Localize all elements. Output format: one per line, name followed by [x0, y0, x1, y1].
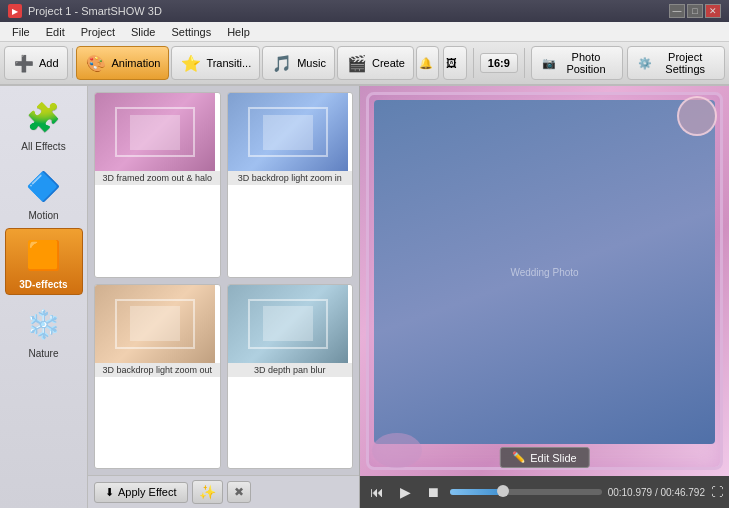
effects-grid-panel: 3D framed zoom out & halo 3D backdrop li… [88, 86, 360, 508]
motion-icon: 🔷 [22, 164, 66, 208]
time-display: 00:10.979 / 00:46.792 [608, 487, 705, 498]
menu-edit[interactable]: Edit [38, 24, 73, 40]
erase-button[interactable]: ✖ [227, 481, 251, 503]
photo-position-button[interactable]: 📷 Photo Position [531, 46, 624, 80]
project-settings-button[interactable]: ⚙️ Project Settings [627, 46, 725, 80]
gallery-button[interactable]: 🖼 [443, 46, 467, 80]
edit-slide-button[interactable]: ✏️ Edit Slide [499, 447, 589, 468]
menubar: File Edit Project Slide Settings Help [0, 22, 729, 42]
minimize-button[interactable]: — [669, 4, 685, 18]
preview-controls: ⏮ ▶ ⏹ 00:10.979 / 00:46.792 ⛶ [360, 476, 729, 508]
total-time: 00:46.792 [661, 487, 706, 498]
apply-label: Apply Effect [118, 486, 177, 498]
effect-thumb-img-3 [95, 285, 215, 363]
preview-panel: Wedding Photo ✏️ Edit Slide ⏮ ▶ ⏹ 00:10.… [360, 86, 729, 508]
rewind-button[interactable]: ⏮ [366, 481, 388, 503]
progress-bar[interactable] [450, 489, 602, 495]
photo-pos-label: Photo Position [560, 51, 613, 75]
effect-thumb-label-3: 3D backdrop light zoom out [95, 363, 220, 377]
add-icon: ➕ [13, 52, 35, 74]
motion-item[interactable]: 🔷 Motion [5, 159, 83, 226]
nature-item[interactable]: ❄️ Nature [5, 297, 83, 364]
music-label: Music [297, 57, 326, 69]
menu-slide[interactable]: Slide [123, 24, 163, 40]
music-icon: 🎵 [271, 52, 293, 74]
effect-thumb-img-4 [228, 285, 348, 363]
main-area: 🧩 All Effects 🔷 Motion 🟧 3D-effects ❄️ N… [0, 86, 729, 508]
menu-settings[interactable]: Settings [163, 24, 219, 40]
menu-file[interactable]: File [4, 24, 38, 40]
titlebar: ▶ Project 1 - SmartSHOW 3D — □ ✕ [0, 0, 729, 22]
effect-thumb-label-4: 3D depth pan blur [228, 363, 353, 377]
effect-thumb-label-2: 3D backdrop light zoom in [228, 171, 353, 185]
all-effects-label: All Effects [21, 141, 65, 152]
nature-icon: ❄️ [22, 302, 66, 346]
effect-thumb-2[interactable]: 3D backdrop light zoom in [227, 92, 354, 278]
all-effects-icon: 🧩 [22, 95, 66, 139]
separator-3 [524, 48, 525, 78]
magic-button[interactable]: ✨ [192, 480, 223, 504]
nature-label: Nature [28, 348, 58, 359]
menu-help[interactable]: Help [219, 24, 258, 40]
titlebar-controls[interactable]: — □ ✕ [669, 4, 721, 18]
current-time: 00:10.979 [608, 487, 653, 498]
play-button[interactable]: ▶ [394, 481, 416, 503]
edit-pencil-icon: ✏️ [512, 451, 526, 464]
bell-icon: 🔔 [419, 57, 433, 70]
effect-thumb-4[interactable]: 3D depth pan blur [227, 284, 354, 470]
music-button[interactable]: 🎵 Music [262, 46, 335, 80]
app-title: Project 1 - SmartSHOW 3D [28, 5, 162, 17]
effect-thumb-3[interactable]: 3D backdrop light zoom out [94, 284, 221, 470]
transition-icon: ⭐ [180, 52, 202, 74]
progress-handle[interactable] [497, 485, 509, 497]
add-label: Add [39, 57, 59, 69]
apply-icon: ⬇ [105, 486, 114, 499]
close-button[interactable]: ✕ [705, 4, 721, 18]
titlebar-left: ▶ Project 1 - SmartSHOW 3D [8, 4, 162, 18]
effect-thumb-1[interactable]: 3D framed zoom out & halo [94, 92, 221, 278]
toolbar: ➕ Add 🎨 Animation ⭐ Transiti... 🎵 Music … [0, 42, 729, 86]
separator-1 [72, 48, 73, 78]
create-icon: 🎬 [346, 52, 368, 74]
wedding-preview: Wedding Photo ✏️ Edit Slide [360, 86, 729, 476]
settings-icon: ⚙️ [638, 57, 652, 70]
effects-toolbar: ⬇ Apply Effect ✨ ✖ [88, 475, 359, 508]
aspect-ratio-button[interactable]: 16:9 [480, 53, 518, 73]
3d-effects-label: 3D-effects [19, 279, 67, 290]
effect-thumb-img-1 [95, 93, 215, 171]
animation-button[interactable]: 🎨 Animation [76, 46, 169, 80]
maximize-button[interactable]: □ [687, 4, 703, 18]
3d-effects-item[interactable]: 🟧 3D-effects [5, 228, 83, 295]
photo-icon: 🖼 [446, 57, 457, 69]
edit-slide-label: Edit Slide [530, 452, 576, 464]
progress-fill [450, 489, 503, 495]
project-settings-label: Project Settings [656, 51, 714, 75]
separator-2 [473, 48, 474, 78]
left-effects-panel: 🧩 All Effects 🔷 Motion 🟧 3D-effects ❄️ N… [0, 86, 88, 508]
create-label: Create [372, 57, 405, 69]
apply-effect-button[interactable]: ⬇ Apply Effect [94, 482, 188, 503]
notifications-button[interactable]: 🔔 [416, 46, 440, 80]
add-button[interactable]: ➕ Add [4, 46, 68, 80]
all-effects-item[interactable]: 🧩 All Effects [5, 90, 83, 157]
transition-button[interactable]: ⭐ Transiti... [171, 46, 260, 80]
3d-effects-icon: 🟧 [22, 233, 66, 277]
effect-thumb-label-1: 3D framed zoom out & halo [95, 171, 220, 185]
toolbar-right: 🔔 🖼 16:9 📷 Photo Position ⚙️ Project Set… [416, 46, 725, 80]
fullscreen-button[interactable]: ⛶ [711, 485, 723, 499]
animation-icon: 🎨 [85, 52, 107, 74]
motion-label: Motion [28, 210, 58, 221]
effect-thumb-img-2 [228, 93, 348, 171]
create-button[interactable]: 🎬 Create [337, 46, 414, 80]
transition-label: Transiti... [206, 57, 251, 69]
stop-button[interactable]: ⏹ [422, 481, 444, 503]
effects-grid: 3D framed zoom out & halo 3D backdrop li… [88, 86, 359, 475]
menu-project[interactable]: Project [73, 24, 123, 40]
animation-label: Animation [111, 57, 160, 69]
photo-pos-icon: 📷 [542, 57, 556, 70]
app-icon: ▶ [8, 4, 22, 18]
preview-area: Wedding Photo ✏️ Edit Slide [360, 86, 729, 476]
